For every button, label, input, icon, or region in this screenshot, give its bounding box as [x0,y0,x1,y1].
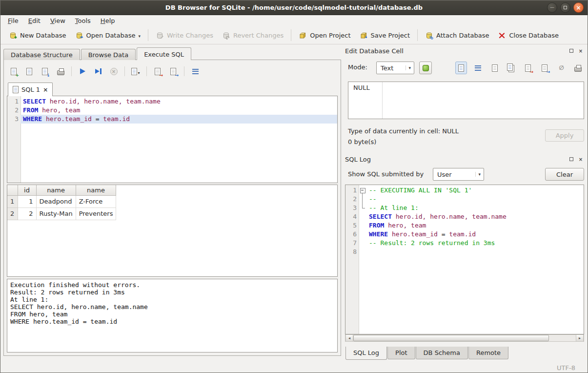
mode-select[interactable]: Text ▾ [376,62,414,74]
save-sql-file-icon[interactable]: ↓ [39,65,51,78]
toolbar-separator [417,29,418,41]
import-from-file-button[interactable] [419,62,432,74]
export-icon[interactable]: → [167,65,179,78]
fold-spacer [359,221,366,230]
line-number: 8 [345,248,359,256]
menu-view[interactable]: View [45,16,70,25]
tab-close-icon[interactable]: × [43,86,48,93]
titlebar[interactable]: DB Browser for SQLite - /home/user/code/… [0,0,588,15]
new-document-icon[interactable] [489,62,501,74]
print-cell-icon[interactable] [572,62,584,74]
print-icon[interactable] [55,65,66,78]
close-window-button[interactable]: × [573,2,584,13]
result-cell[interactable]: 1 [18,195,36,207]
execute-all-icon[interactable] [77,65,88,78]
cell-editor[interactable]: NULL [348,82,584,119]
write-changes-icon [156,31,164,40]
copy-document-icon[interactable] [506,62,517,74]
edit-text-icon[interactable] [455,62,467,74]
result-cell[interactable]: Rusty-Man [36,207,76,220]
statusbar: UTF-8 [0,363,588,373]
row-header[interactable]: 2 [7,207,18,220]
menu-edit[interactable]: Edit [23,16,45,25]
cell-value: NULL [353,84,370,91]
log-hscrollbar[interactable]: ◂ ▸ [345,334,584,342]
result-cell[interactable]: Deadpond [36,195,76,207]
result-row: 22Rusty-ManPreventers [7,207,116,220]
dock-tab-remote[interactable]: Remote [468,347,508,359]
scrollbar-thumb[interactable] [353,335,549,341]
dock-tab-plot[interactable]: Plot [387,347,415,359]
row-header[interactable]: 1 [7,195,18,207]
clear-button[interactable]: Clear [545,168,584,181]
minimize-button[interactable]: — [547,2,557,13]
code-text: -- Result: 2 rows returned in 3ms [366,239,584,248]
sql-log-header: SQL Log × [345,155,584,164]
toolbar-button-attach-database[interactable]: Attach Database [421,29,493,42]
code-text: WHERE hero.team_id = team.id [20,115,337,124]
results-header-row: idnamename [7,185,116,195]
toolbar-button-save-project[interactable]: Save Project [355,29,415,42]
float-panel-icon[interactable] [568,47,575,54]
maximize-button[interactable] [560,2,570,13]
scrollbar-track[interactable] [353,335,576,341]
fold-marker[interactable] [359,186,366,195]
result-cell[interactable]: 2 [18,207,36,220]
import-data-icon[interactable]: → [522,62,534,74]
execute-line-icon[interactable] [92,65,104,78]
format-sql-icon[interactable] [189,65,201,78]
menu-help[interactable]: Help [96,16,120,25]
float-panel-icon[interactable] [568,156,575,163]
menu-tools[interactable]: Tools [70,16,96,25]
column-header-name[interactable]: name [76,185,116,195]
fold-spacer [359,212,366,221]
fold-marker [359,204,366,212]
set-null-icon[interactable]: ∅ [556,62,568,74]
tab-database-structure[interactable]: Database Structure [3,49,80,60]
code-line: 3WHERE hero.team_id = team.id [7,115,337,124]
toolbar-label: Open Database [86,32,136,39]
sql-editor-tab[interactable]: SQL 1 × [8,83,53,96]
execution-status-box[interactable]: Execution finished without errors. Resul… [7,279,338,352]
open-sql-file-icon[interactable] [23,65,35,78]
line-number: 2 [7,106,20,115]
dock-tab-db-schema[interactable]: DB Schema [416,347,468,359]
export-data-icon[interactable]: → [539,62,550,74]
results-corner-cell[interactable] [7,185,18,195]
code-line: 1SELECT hero.id, hero.name, team.name [7,97,337,106]
tab-browse-data[interactable]: Browse Data [81,49,136,60]
toolbar-button-close-database[interactable]: Close Database [493,29,563,42]
line-number: 4 [345,212,359,221]
line-number: 1 [7,97,20,106]
toolbar-button-open-database[interactable]: Open Database▾ [71,29,145,42]
dock-tab-sql-log[interactable]: SQL Log [345,347,387,360]
save-results-icon[interactable]: ▾ [130,65,142,78]
code-line: 4SELECT hero.id, hero.name, team.name [345,212,584,221]
new-sql-tab-icon[interactable]: + [8,65,20,78]
menu-file[interactable]: File [3,16,23,25]
column-header-id[interactable]: id [18,185,36,195]
scroll-right-icon[interactable]: ▸ [576,335,584,341]
stop-icon[interactable]: × [108,65,120,78]
tab-execute-sql[interactable]: Execute SQL [137,47,191,60]
toolbar-button-new-database[interactable]: New Database [4,29,71,42]
toolbar-button-open-project[interactable]: Open Project [294,29,355,42]
submitter-value: User [437,171,452,178]
word-wrap-icon[interactable] [472,62,484,74]
result-cell[interactable]: Preventers [76,207,116,220]
column-header-name[interactable]: name [36,185,76,195]
fold-marker [359,195,366,204]
save-project-icon [360,31,368,40]
sql-log-view[interactable]: 1-- EXECUTING ALL IN 'SQL 1'2--3-- At li… [345,185,584,334]
result-cell[interactable]: Z-Force [76,195,116,207]
sql-editor[interactable]: 1SELECT hero.id, hero.name, team.name2FR… [7,96,338,183]
scroll-left-icon[interactable]: ◂ [345,335,353,341]
dropdown-arrow-icon[interactable]: ▾ [138,34,141,40]
close-panel-icon[interactable]: × [577,47,584,54]
close-panel-icon[interactable]: × [577,156,584,163]
cell-editor-toolbar: →→∅ [455,61,584,75]
import-icon[interactable]: → [152,65,163,78]
apply-label: Apply [556,132,574,139]
submitter-select[interactable]: User ▾ [433,168,484,181]
apply-button[interactable]: Apply [545,129,584,142]
